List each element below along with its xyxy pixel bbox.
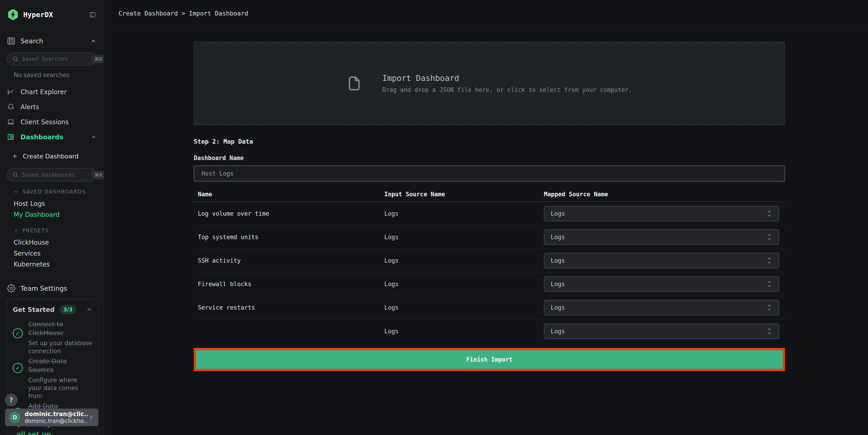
sidebar-item-host-logs[interactable]: Host Logs — [14, 198, 104, 209]
selected-value: Logs — [551, 328, 565, 335]
selected-value: Logs — [551, 281, 565, 287]
row-input-source: Logs — [384, 328, 544, 335]
team-settings-label: Team Settings — [21, 284, 67, 292]
mapped-source-select[interactable]: Logs — [544, 323, 779, 339]
saved-dashboards-section-header[interactable]: SAVED DASHBOARDS — [13, 188, 104, 195]
shortcut-badge: ⌘K — [92, 171, 104, 179]
select-chevrons-icon — [766, 328, 772, 335]
chevron-up-icon — [90, 38, 97, 44]
mapped-source-select[interactable]: Logs — [544, 276, 779, 292]
avatar: D — [9, 412, 21, 423]
top-bar: Create Dashboard > Import Dashboard — [104, 0, 868, 27]
check-circle-icon: ✓ — [13, 328, 23, 338]
row-input-source: Logs — [384, 257, 544, 264]
sidebar-item-my-dashboard[interactable]: My Dashboard — [14, 209, 104, 220]
mapped-source-select[interactable]: Logs — [544, 206, 779, 221]
saved-dashboards-list: Host Logs My Dashboard — [0, 198, 104, 220]
user-name: dominic.tran@clic... — [25, 410, 88, 418]
dropzone-title: Import Dashboard — [382, 74, 632, 83]
table-row: Service restarts Logs Logs — [194, 296, 785, 319]
step-title: Create Data Sources — [28, 358, 67, 374]
check-circle-icon: ✓ — [13, 363, 23, 373]
row-input-source: Logs — [384, 304, 544, 311]
sidebar-item-search[interactable]: Search — [7, 36, 97, 48]
bell-icon — [7, 103, 14, 111]
row-input-source: Logs — [384, 234, 544, 241]
get-started-header[interactable]: Get Started 3/3 — [13, 305, 93, 314]
row-name: Top systemd units — [194, 234, 384, 241]
nav-label: Client Sessions — [21, 118, 69, 126]
get-started-title: Get Started — [13, 306, 55, 313]
chevron-up-icon — [91, 134, 97, 140]
table-header: Name Input Source Name Mapped Source Nam… — [194, 187, 785, 202]
select-chevrons-icon — [766, 257, 772, 265]
saved-searches-search[interactable]: ⌘K — [7, 53, 97, 66]
step-heading: Step 2: Map Data — [194, 138, 785, 145]
user-menu[interactable]: D dominic.tran@clic... dominic.tran@clic… — [5, 409, 98, 426]
get-started-step-connect[interactable]: ✓ Connect to ClickHouse Set up your data… — [13, 320, 93, 355]
shortcut-badge: ⌘K — [92, 55, 104, 63]
sidebar-item-clickhouse[interactable]: ClickHouse — [14, 237, 104, 248]
column-header-input-source: Input Source Name — [384, 191, 544, 198]
app-title: HyperDX — [23, 10, 53, 19]
progress-badge: 3/3 — [60, 305, 76, 314]
chevron-down-icon — [13, 228, 19, 233]
content-area: Import Dashboard Drag and drop a JSON fi… — [104, 27, 868, 435]
app-window: HyperDX Search ⌘K No saved searches — [0, 0, 868, 435]
selected-value: Logs — [551, 257, 565, 264]
column-header-mapped-source: Mapped Source Name — [544, 191, 785, 198]
saved-searches-input[interactable] — [22, 56, 92, 62]
sidebar-item-client-sessions[interactable]: Client Sessions — [0, 115, 104, 129]
row-input-source: Logs — [384, 210, 544, 217]
chevron-right-icon — [88, 414, 94, 421]
sidebar-item-dashboards[interactable]: Dashboards — [0, 129, 104, 145]
step-subtitle: Configure where your data comes from — [28, 376, 92, 400]
laptop-icon — [7, 118, 14, 126]
help-button[interactable]: ? — [5, 394, 17, 406]
chevron-down-icon — [13, 189, 19, 194]
mapped-source-select[interactable]: Logs — [544, 253, 779, 268]
table-row: Log volume over time Logs Logs — [194, 202, 785, 225]
import-dropzone[interactable]: Import Dashboard Drag and drop a JSON fi… — [194, 42, 785, 125]
breadcrumb[interactable]: Create Dashboard > Import Dashboard — [119, 10, 248, 17]
reader-icon — [7, 37, 16, 45]
search-icon — [12, 56, 19, 62]
create-dashboard-button[interactable]: Create Dashboard — [0, 149, 104, 164]
plus-icon — [12, 153, 18, 159]
chevron-up-icon[interactable] — [86, 306, 93, 313]
line-chart-icon — [7, 88, 14, 96]
saved-dashboards-input[interactable] — [22, 172, 92, 178]
sidebar-item-label: Search — [21, 37, 43, 45]
table-row: Firewall blocks Logs Logs — [194, 273, 785, 296]
primary-nav: Chart Explorer Alerts Client Sessions Da… — [0, 84, 104, 145]
row-name: SSH activity — [194, 257, 384, 264]
select-chevrons-icon — [766, 210, 772, 218]
row-name: Log volume over time — [194, 210, 384, 217]
presets-section-header[interactable]: PRESETS — [13, 227, 104, 234]
sidebar-item-kubernetes[interactable]: Kubernetes — [14, 259, 104, 270]
dashboard-grid-icon — [7, 133, 14, 141]
row-name: Service restarts — [194, 304, 384, 311]
mapped-source-select[interactable]: Logs — [544, 229, 779, 245]
nav-label: Alerts — [21, 103, 39, 111]
step-subtitle: Set up your database connection — [28, 339, 92, 355]
saved-dashboards-search[interactable]: ⌘K — [7, 168, 97, 182]
selected-value: Logs — [551, 234, 565, 241]
dashboard-name-input[interactable] — [194, 165, 785, 182]
table-row: SSH activity Logs Logs — [194, 249, 785, 273]
user-email: dominic.tran@clickho... — [25, 418, 88, 425]
logo-row: HyperDX — [7, 8, 97, 22]
row-input-source: Logs — [384, 281, 544, 287]
sidebar-item-alerts[interactable]: Alerts — [0, 99, 104, 115]
finish-import-button[interactable]: Finish Import — [196, 350, 783, 369]
step-title: Connect to ClickHouse — [28, 320, 63, 337]
sidebar-item-chart-explorer[interactable]: Chart Explorer — [0, 84, 104, 99]
sidebar-item-team-settings[interactable]: Team Settings — [0, 281, 104, 296]
mapped-source-select[interactable]: Logs — [544, 300, 779, 315]
get-started-step-sources[interactable]: ✓ Create Data Sources Configure where yo… — [13, 357, 93, 400]
collapse-sidebar-icon[interactable] — [89, 11, 97, 18]
selected-value: Logs — [551, 210, 565, 217]
hyperdx-logo-icon — [7, 8, 19, 21]
no-saved-searches-note: No saved searches — [14, 71, 104, 79]
sidebar-item-services[interactable]: Services — [14, 248, 104, 259]
